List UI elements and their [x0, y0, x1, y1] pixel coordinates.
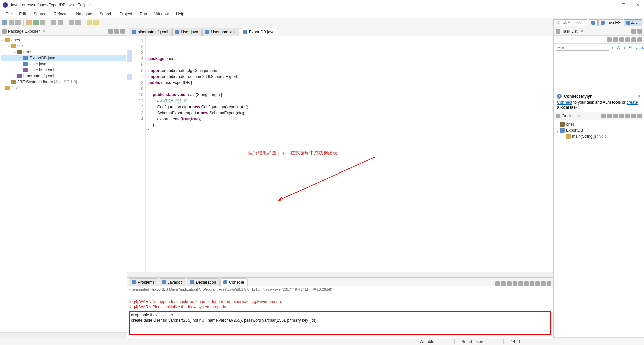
maximize-view-icon[interactable]: [547, 281, 551, 286]
expand-icon[interactable]: ⌄: [1, 38, 5, 42]
remove-launch-icon[interactable]: [495, 281, 500, 286]
hide-local-icon[interactable]: [625, 114, 630, 118]
hide-nonpublic-icon[interactable]: [619, 114, 624, 118]
menu-edit[interactable]: Edit: [16, 11, 30, 17]
perspective-java-ee[interactable]: Java EE: [598, 19, 623, 26]
minimize-view-icon[interactable]: [541, 281, 546, 286]
menu-search[interactable]: Search: [96, 11, 116, 17]
link-editor-icon[interactable]: [114, 29, 119, 34]
quick-access-input[interactable]: [553, 19, 587, 26]
categorize-icon[interactable]: [613, 37, 618, 42]
outline-node[interactable]: ⌄ExportDB: [555, 127, 643, 133]
expand-icon[interactable]: ›: [1, 86, 5, 90]
save-all-icon[interactable]: [15, 20, 21, 25]
menu-source[interactable]: Source: [30, 11, 50, 17]
menu-help[interactable]: Help: [173, 11, 188, 17]
editor-scrollbar[interactable]: [127, 272, 553, 277]
focus-icon[interactable]: [631, 114, 636, 118]
view-menu-icon[interactable]: [637, 114, 642, 118]
task-activate-link[interactable]: Activate...: [629, 45, 644, 50]
outline-node[interactable]: main(String[]) : void: [555, 133, 643, 139]
save-icon[interactable]: [9, 20, 14, 25]
menu-window[interactable]: Window: [151, 11, 172, 17]
minimize-view-icon[interactable]: [631, 29, 636, 34]
collapse-all-icon[interactable]: [108, 29, 113, 34]
tree-node[interactable]: ⌄src: [1, 43, 126, 49]
bottom-tab-javadoc[interactable]: Javadoc: [159, 278, 186, 286]
tree-node[interactable]: User.hbm.xml: [1, 67, 126, 73]
new-icon[interactable]: [2, 20, 7, 25]
tree-node[interactable]: ⌄ones: [1, 49, 126, 55]
create-link[interactable]: create: [627, 100, 638, 105]
terminate-icon[interactable]: [507, 281, 512, 286]
expand-icon[interactable]: ›: [19, 62, 23, 66]
forward-icon[interactable]: [93, 20, 99, 25]
view-close-icon[interactable]: ✕: [580, 29, 583, 33]
remove-all-icon[interactable]: [501, 281, 506, 286]
maximize-view-icon[interactable]: [637, 29, 642, 34]
display-console-icon[interactable]: [530, 281, 534, 286]
outline-tree[interactable]: ones⌄ExportDBmain(String[]) : void: [554, 120, 644, 337]
tree-node[interactable]: hibernate.cfg.xml: [1, 73, 126, 79]
view-menu-icon[interactable]: [120, 29, 125, 34]
new-task-icon[interactable]: [607, 37, 612, 42]
sync-icon[interactable]: [619, 37, 624, 42]
close-icon[interactable]: ✕: [637, 94, 641, 99]
bottom-tab-problems[interactable]: Problems: [129, 278, 158, 286]
focus-icon[interactable]: [631, 37, 636, 42]
tree-node[interactable]: ›ExportDB.java: [1, 55, 126, 61]
tree-node[interactable]: ›first: [1, 85, 126, 91]
tree-node[interactable]: ⌄ones: [1, 37, 126, 43]
code-editor[interactable]: 1234567891011121314 package ones; import…: [127, 36, 553, 272]
bottom-tab-declaration[interactable]: Declaration: [187, 278, 220, 286]
back-icon[interactable]: [87, 20, 92, 25]
maximize-button[interactable]: ☐: [620, 3, 627, 7]
scrollbar-horizontal[interactable]: [0, 332, 127, 338]
new-package-icon[interactable]: [51, 20, 56, 25]
hide-fields-icon[interactable]: [607, 114, 612, 118]
new-class-icon[interactable]: [58, 20, 63, 25]
expand-icon[interactable]: ›: [7, 80, 11, 84]
view-menu-icon[interactable]: [637, 37, 642, 42]
code-area[interactable]: package ones; import org.hibernate.cfg.C…: [146, 36, 553, 272]
perspective-java[interactable]: Java: [624, 19, 642, 26]
close-button[interactable]: ✕: [634, 3, 641, 7]
editor-tab[interactable]: User.java: [172, 28, 202, 36]
connect-link[interactable]: Connect: [557, 100, 572, 105]
package-tree[interactable]: ⌄ones⌄src⌄ones›ExportDB.java›User.javaUs…: [0, 36, 127, 332]
minimize-button[interactable]: —: [605, 3, 613, 7]
expand-icon[interactable]: ⌄: [13, 50, 17, 54]
menu-project[interactable]: Project: [116, 11, 136, 17]
bottom-tab-console[interactable]: Console: [220, 278, 248, 286]
expand-icon[interactable]: ⌄: [7, 44, 11, 48]
expand-icon[interactable]: ›: [19, 56, 23, 60]
console-output[interactable]: log4j:WARN No appenders could be found f…: [127, 293, 553, 338]
run-icon[interactable]: [33, 20, 39, 25]
outline-node[interactable]: ones: [555, 121, 643, 127]
pin-console-icon[interactable]: [524, 281, 529, 286]
sort-icon[interactable]: [601, 114, 606, 118]
open-console-icon[interactable]: [535, 281, 540, 286]
menu-refactor[interactable]: Refactor: [50, 11, 72, 17]
scroll-lock-icon[interactable]: [518, 281, 523, 286]
task-find-input[interactable]: [556, 45, 609, 51]
search-icon[interactable]: [75, 20, 81, 25]
tree-node[interactable]: ›JRE System Library [JavaSE-1.8]: [1, 79, 126, 85]
coverage-icon[interactable]: [40, 20, 45, 25]
open-type-icon[interactable]: [69, 20, 74, 25]
editor-tab[interactable]: hibernate.cfg.xml: [129, 28, 172, 36]
menu-navigate[interactable]: Navigate: [73, 11, 95, 17]
view-close-icon[interactable]: ✕: [577, 114, 580, 118]
hide-static-icon[interactable]: [613, 114, 618, 118]
editor-tab[interactable]: ExportDB.java: [240, 28, 278, 36]
editor-tab[interactable]: User.hbm.xml: [202, 28, 239, 36]
menu-file[interactable]: File: [2, 11, 15, 17]
clear-console-icon[interactable]: [513, 281, 517, 286]
task-all-link[interactable]: All: [617, 45, 621, 50]
open-perspective-button[interactable]: [589, 19, 598, 26]
debug-icon[interactable]: [26, 20, 32, 25]
menu-run[interactable]: Run: [136, 11, 150, 17]
tree-node[interactable]: ›User.java: [1, 61, 126, 67]
view-close-icon[interactable]: ✕: [43, 29, 46, 33]
collapse-icon[interactable]: [625, 37, 630, 42]
